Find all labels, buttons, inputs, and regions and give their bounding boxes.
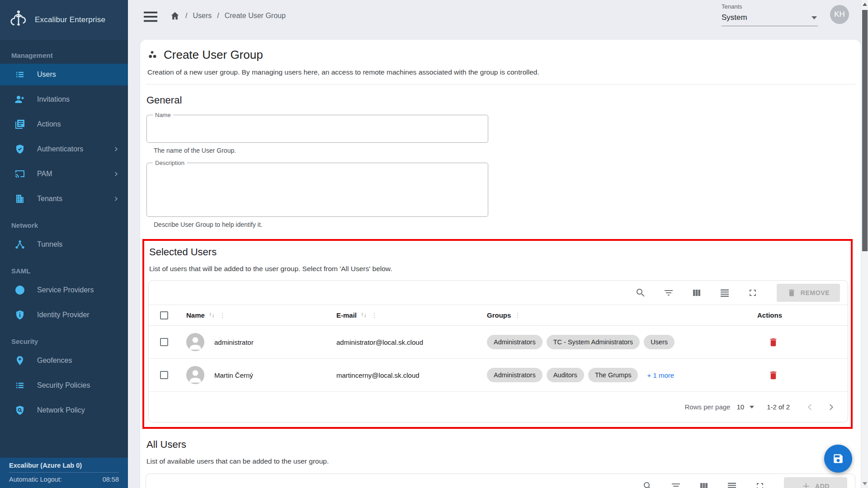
home-icon[interactable] (170, 11, 180, 21)
save-icon (832, 453, 844, 465)
scroll-down-icon[interactable] (863, 482, 867, 485)
more-groups-link[interactable]: + 1 more (647, 371, 674, 379)
sort-icon[interactable] (208, 311, 216, 319)
shield-check-icon (14, 144, 25, 155)
general-heading: General (146, 94, 854, 106)
user-email: administrator@local.sk.cloud (325, 338, 476, 346)
group-chip: Administrators (487, 335, 542, 349)
section-management: Management (0, 52, 128, 59)
sidebar-item-tunnels[interactable]: Tunnels (0, 234, 128, 255)
add-button-label: ADD (815, 483, 830, 488)
tenant-select[interactable]: Tenants System (722, 3, 818, 26)
delete-row-icon[interactable] (768, 337, 778, 347)
column-menu-icon[interactable] (219, 312, 226, 319)
search-icon[interactable] (635, 287, 646, 298)
globe-icon (14, 285, 25, 296)
list-icon (14, 380, 25, 391)
sidebar-item-security-policies[interactable]: Security Policies (0, 375, 128, 396)
list-icon (14, 69, 25, 80)
topbar: / Users / Create User Group Tenants Syst… (128, 0, 861, 40)
sidebar-item-label: Service Providers (37, 286, 94, 294)
user-avatar[interactable]: KH (830, 5, 849, 24)
filter-icon[interactable] (663, 287, 674, 298)
user-avatar-icon (186, 366, 204, 384)
auto-logout-timer: 08:58 (103, 476, 119, 483)
vertical-scrollbar[interactable] (861, 0, 868, 488)
sidebar-footer: Excalibur (Azure Lab 0) Automatic Logout… (0, 458, 128, 488)
select-all-checkbox[interactable] (160, 311, 168, 319)
rows-per-page-select[interactable]: 10 (736, 403, 754, 411)
sidebar-item-label: Tenants (37, 195, 62, 203)
save-fab-button[interactable] (824, 445, 852, 473)
brand-header: Excalibur Enterprise (0, 0, 128, 40)
chevron-down-icon (811, 16, 817, 19)
density-icon[interactable] (719, 287, 730, 298)
group-chip: Users (644, 335, 675, 349)
fullscreen-icon[interactable] (755, 481, 765, 488)
rows-per-page-value: 10 (736, 403, 744, 411)
description-field[interactable]: Description (146, 163, 488, 217)
name-field[interactable]: Name (146, 115, 488, 143)
section-network: Network (0, 221, 128, 229)
column-email[interactable]: E-mail (336, 311, 357, 319)
filter-icon[interactable] (670, 481, 681, 488)
sidebar-item-authenticators[interactable]: Authenticators (0, 138, 128, 160)
columns-icon[interactable] (698, 481, 709, 488)
selected-users-heading: Selected Users (149, 246, 847, 258)
sidebar-item-network-policy[interactable]: Network Policy (0, 399, 128, 421)
breadcrumb-current: Create User Group (225, 12, 286, 20)
sidebar-item-invitations[interactable]: Invitations (0, 89, 128, 110)
all-users-table: ADD (146, 474, 855, 488)
breadcrumb-separator: / (217, 12, 219, 20)
row-checkbox[interactable] (160, 338, 168, 346)
sidebar-item-label: Users (37, 70, 56, 79)
trash-icon (787, 288, 796, 297)
description-helper-text: Describe User Group to help identify it. (154, 221, 855, 228)
documents-icon (14, 119, 25, 130)
user-name: Martin Černý (214, 371, 253, 379)
fullscreen-icon[interactable] (747, 287, 758, 298)
sidebar-item-users[interactable]: Users (0, 64, 128, 85)
column-menu-icon[interactable] (371, 312, 378, 319)
previous-page-icon[interactable] (805, 402, 815, 412)
excalibur-logo-icon (8, 9, 29, 30)
sidebar-item-pam[interactable]: PAM (0, 163, 128, 185)
user-name: administrator (214, 338, 254, 346)
sidebar-item-identity-provider[interactable]: Identity Provider (0, 304, 128, 326)
sidebar-item-actions[interactable]: Actions (0, 113, 128, 135)
column-menu-icon[interactable] (514, 312, 521, 319)
all-users-section: All Users List of available users that c… (146, 439, 855, 488)
sidebar-item-geofences[interactable]: Geofences (0, 350, 128, 371)
selected-users-toolbar: REMOVE (149, 281, 848, 305)
columns-icon[interactable] (691, 287, 702, 298)
delete-row-icon[interactable] (768, 370, 778, 380)
row-checkbox[interactable] (160, 371, 168, 379)
scrollbar-thumb[interactable] (862, 10, 868, 251)
breadcrumb-users[interactable]: Users (193, 12, 212, 20)
search-icon[interactable] (642, 481, 653, 488)
add-button[interactable]: ADD (784, 477, 847, 488)
scroll-up-icon[interactable] (863, 3, 867, 6)
table-row: administrator administrator@local.sk.clo… (149, 326, 848, 359)
selected-users-subtitle: List of users that will be added to the … (149, 265, 847, 273)
chevron-right-icon (113, 145, 120, 153)
column-groups[interactable]: Groups (487, 311, 511, 319)
column-actions: Actions (757, 311, 782, 319)
tenant-select-label: Tenants (722, 3, 818, 10)
density-icon[interactable] (726, 481, 737, 488)
hamburger-menu-icon[interactable] (144, 11, 157, 22)
column-name[interactable]: Name (186, 311, 205, 319)
sidebar-item-tenants[interactable]: Tenants (0, 188, 128, 210)
next-page-icon[interactable] (826, 402, 836, 412)
sort-icon[interactable] (360, 311, 368, 319)
building-icon (14, 193, 25, 204)
remove-button[interactable]: REMOVE (777, 284, 840, 302)
group-chip: Auditors (547, 368, 584, 382)
shield-search-icon (14, 405, 25, 416)
breadcrumb-separator: / (185, 12, 187, 20)
name-field-label: Name (153, 112, 173, 118)
sidebar-item-service-providers[interactable]: Service Providers (0, 279, 128, 301)
all-users-toolbar: ADD (146, 474, 855, 488)
pin-plus-icon (14, 355, 25, 366)
main-content: Create User Group Creation of a new user… (140, 40, 861, 488)
